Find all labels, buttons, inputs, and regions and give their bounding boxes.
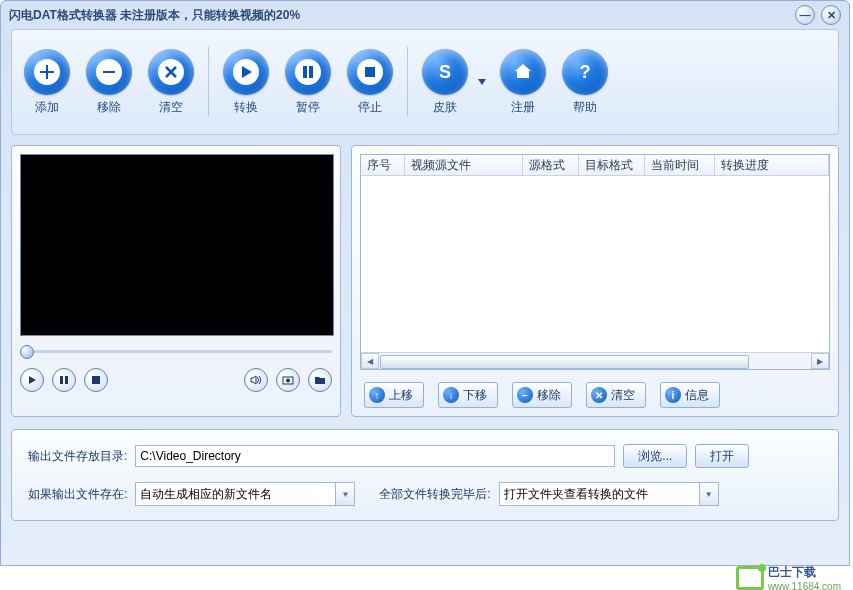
col-curtime[interactable]: 当前时间 bbox=[645, 155, 715, 175]
svg-point-10 bbox=[286, 379, 290, 383]
svg-rect-3 bbox=[365, 67, 375, 77]
pause-icon bbox=[59, 375, 69, 385]
exist-select[interactable]: 自动生成相应的新文件名 ▼ bbox=[135, 482, 355, 506]
site-logo: 巴士下载 www.11684.com bbox=[736, 564, 841, 590]
stop-icon bbox=[362, 64, 378, 80]
after-label: 全部文件转换完毕后: bbox=[379, 486, 490, 503]
col-dstfmt[interactable]: 目标格式 bbox=[579, 155, 645, 175]
x-icon bbox=[163, 64, 179, 80]
scroll-right-icon[interactable]: ▶ bbox=[811, 353, 829, 369]
info-button[interactable]: i信息 bbox=[660, 382, 720, 408]
volume-icon bbox=[250, 375, 262, 385]
arrow-up-icon: ↑ bbox=[369, 387, 385, 403]
plus-icon bbox=[39, 64, 55, 80]
after-select[interactable]: 打开文件夹查看转换的文件 ▼ bbox=[499, 482, 719, 506]
close-button[interactable]: ✕ bbox=[821, 5, 841, 25]
svg-rect-0 bbox=[103, 71, 115, 73]
skin-dropdown-icon[interactable] bbox=[478, 79, 486, 85]
chevron-down-icon: ▼ bbox=[699, 483, 718, 505]
main-toolbar: 添加 移除 清空 转换 暂停 停止 S 皮肤 注册 bbox=[11, 29, 839, 135]
stop-icon bbox=[91, 375, 101, 385]
play-small-button[interactable] bbox=[20, 368, 44, 392]
clear-list-button[interactable]: ✕清空 bbox=[586, 382, 646, 408]
list-body[interactable] bbox=[361, 176, 829, 352]
chevron-down-icon: ▼ bbox=[335, 483, 354, 505]
folder-icon bbox=[314, 375, 326, 385]
remove-item-button[interactable]: −移除 bbox=[512, 382, 572, 408]
svg-text:S: S bbox=[439, 62, 451, 82]
seek-slider[interactable] bbox=[20, 344, 332, 358]
stop-button[interactable]: 停止 bbox=[345, 49, 395, 116]
snapshot-button[interactable] bbox=[276, 368, 300, 392]
col-srcfmt[interactable]: 源格式 bbox=[523, 155, 579, 175]
play-icon bbox=[27, 375, 37, 385]
help-button[interactable]: ? 帮助 bbox=[560, 49, 610, 116]
separator bbox=[407, 47, 408, 117]
preview-panel bbox=[11, 145, 341, 417]
camera-icon bbox=[282, 375, 294, 385]
window-title: 闪电DAT格式转换器 未注册版本，只能转换视频的20% bbox=[9, 7, 300, 24]
output-settings: 输出文件存放目录: 浏览... 打开 如果输出文件存在: 自动生成相应的新文件名… bbox=[11, 429, 839, 521]
pause-small-button[interactable] bbox=[52, 368, 76, 392]
moveup-button[interactable]: ↑上移 bbox=[364, 382, 424, 408]
exist-label: 如果输出文件存在: bbox=[28, 486, 127, 503]
svg-rect-2 bbox=[309, 66, 313, 78]
svg-rect-7 bbox=[65, 376, 68, 384]
clear-button[interactable]: 清空 bbox=[146, 49, 196, 116]
file-list: 序号 视频源文件 源格式 目标格式 当前时间 转换进度 ◀ ▶ bbox=[360, 154, 830, 370]
pause-icon bbox=[300, 64, 316, 80]
pause-button[interactable]: 暂停 bbox=[283, 49, 333, 116]
play-icon bbox=[238, 64, 254, 80]
page-footer: 巴士下载 www.11684.com bbox=[0, 566, 853, 590]
output-dir-input[interactable] bbox=[135, 445, 615, 467]
remove-button[interactable]: 移除 bbox=[84, 49, 134, 116]
svg-text:?: ? bbox=[580, 62, 591, 82]
skin-button[interactable]: S 皮肤 bbox=[420, 49, 470, 116]
minus-icon bbox=[101, 64, 117, 80]
separator bbox=[208, 47, 209, 117]
browse-button[interactable]: 浏览... bbox=[623, 444, 687, 468]
video-preview bbox=[20, 154, 334, 336]
movedown-button[interactable]: ↓下移 bbox=[438, 382, 498, 408]
home-icon bbox=[511, 60, 535, 84]
svg-rect-1 bbox=[303, 66, 307, 78]
question-icon: ? bbox=[573, 60, 597, 84]
file-list-panel: 序号 视频源文件 源格式 目标格式 当前时间 转换进度 ◀ ▶ ↑上移 ↓下移 … bbox=[351, 145, 839, 417]
stop-small-button[interactable] bbox=[84, 368, 108, 392]
output-dir-label: 输出文件存放目录: bbox=[28, 448, 127, 465]
list-header: 序号 视频源文件 源格式 目标格式 当前时间 转换进度 bbox=[361, 155, 829, 176]
scroll-left-icon[interactable]: ◀ bbox=[361, 353, 379, 369]
col-progress[interactable]: 转换进度 bbox=[715, 155, 829, 175]
col-index[interactable]: 序号 bbox=[361, 155, 405, 175]
minus-icon: − bbox=[517, 387, 533, 403]
folder-button[interactable] bbox=[308, 368, 332, 392]
svg-rect-6 bbox=[60, 376, 63, 384]
x-icon: ✕ bbox=[591, 387, 607, 403]
logo-icon bbox=[736, 566, 764, 590]
skin-icon: S bbox=[433, 60, 457, 84]
add-button[interactable]: 添加 bbox=[22, 49, 72, 116]
minimize-button[interactable]: — bbox=[795, 5, 815, 25]
col-source[interactable]: 视频源文件 bbox=[405, 155, 523, 175]
volume-button[interactable] bbox=[244, 368, 268, 392]
title-bar: 闪电DAT格式转换器 未注册版本，只能转换视频的20% — ✕ bbox=[1, 1, 849, 29]
register-button[interactable]: 注册 bbox=[498, 49, 548, 116]
svg-rect-8 bbox=[92, 376, 100, 384]
h-scrollbar[interactable]: ◀ ▶ bbox=[361, 352, 829, 369]
arrow-down-icon: ↓ bbox=[443, 387, 459, 403]
open-button[interactable]: 打开 bbox=[695, 444, 749, 468]
convert-button[interactable]: 转换 bbox=[221, 49, 271, 116]
info-icon: i bbox=[665, 387, 681, 403]
